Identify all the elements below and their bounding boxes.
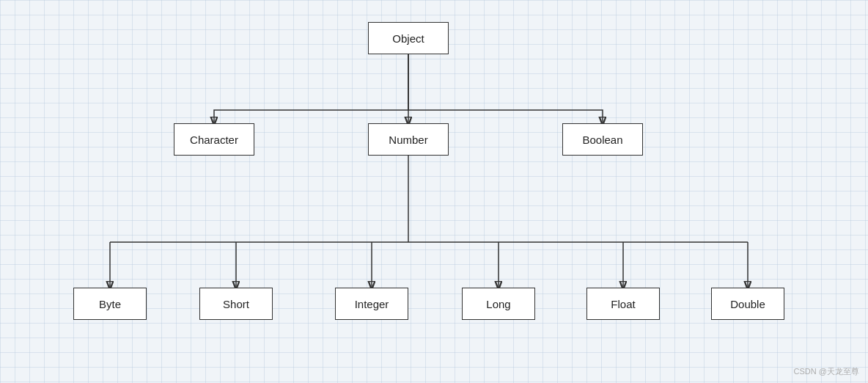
node-character: Character (174, 123, 254, 156)
node-character-label: Character (190, 134, 238, 146)
node-byte: Byte (73, 288, 147, 320)
connector-lines (0, 0, 868, 383)
node-float-label: Float (611, 298, 635, 310)
node-double: Double (711, 288, 784, 320)
node-object: Object (368, 22, 449, 54)
watermark: CSDN @天龙至尊 (794, 366, 859, 377)
node-integer-label: Integer (355, 298, 389, 310)
node-short: Short (199, 288, 273, 320)
node-long-label: Long (486, 298, 510, 310)
node-boolean-label: Boolean (582, 134, 622, 146)
diagram-container: Object Character Number Boolean Byte Sho… (0, 0, 868, 383)
node-integer: Integer (335, 288, 408, 320)
node-short-label: Short (223, 298, 249, 310)
node-number: Number (368, 123, 449, 156)
node-double-label: Double (730, 298, 765, 310)
node-long: Long (462, 288, 535, 320)
node-number-label: Number (389, 134, 427, 146)
node-boolean: Boolean (562, 123, 643, 156)
node-object-label: Object (392, 32, 424, 45)
node-byte-label: Byte (99, 298, 121, 310)
node-float: Float (586, 288, 660, 320)
